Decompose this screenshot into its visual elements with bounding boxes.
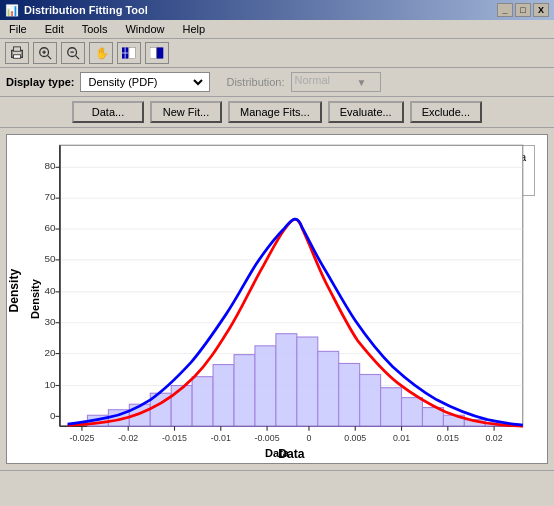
display-type-label: Display type:: [6, 76, 74, 88]
maximize-button[interactable]: □: [515, 3, 531, 17]
svg-rect-15: [150, 47, 156, 58]
svg-rect-53: [402, 398, 423, 427]
title-bar-controls: _ □ X: [497, 3, 549, 17]
data-cursor-icon: [122, 45, 136, 61]
svg-text:0: 0: [307, 433, 312, 443]
toolbar: ✋: [0, 39, 554, 68]
print-button[interactable]: [5, 42, 29, 64]
zoom-in-button[interactable]: [33, 42, 57, 64]
menu-bar: File Edit Tools Window Help: [0, 20, 554, 39]
menu-file[interactable]: File: [5, 22, 31, 36]
distribution-label: Distribution:: [226, 76, 284, 88]
status-bar: [0, 470, 554, 486]
svg-rect-46: [255, 346, 276, 426]
svg-text:20: 20: [44, 347, 56, 358]
action-buttons-row: Data... New Fit... Manage Fits... Evalua…: [0, 97, 554, 128]
svg-text:40: 40: [44, 285, 56, 296]
svg-text:-0.015: -0.015: [162, 433, 187, 443]
controls-row: Display type: Density (PDF) CDF Probabil…: [0, 68, 554, 97]
svg-text:Data: Data: [278, 447, 305, 461]
display-type-select[interactable]: Density (PDF) CDF Probability Quantile: [84, 75, 206, 89]
data-button[interactable]: Data...: [72, 101, 144, 123]
manage-fits-button[interactable]: Manage Fits...: [228, 101, 322, 123]
menu-edit[interactable]: Edit: [41, 22, 68, 36]
print-icon: [10, 45, 24, 61]
svg-rect-50: [339, 363, 360, 426]
svg-text:0.01: 0.01: [393, 433, 410, 443]
svg-text:30: 30: [44, 316, 56, 327]
svg-text:-0.01: -0.01: [211, 433, 231, 443]
svg-text:0.005: 0.005: [344, 433, 366, 443]
svg-text:70: 70: [44, 191, 56, 202]
svg-rect-16: [157, 47, 163, 58]
minimize-button[interactable]: _: [497, 3, 513, 17]
svg-rect-1: [14, 47, 21, 51]
app-icon: 📊: [5, 4, 19, 17]
svg-rect-47: [276, 334, 297, 427]
svg-rect-48: [297, 337, 318, 426]
svg-rect-52: [381, 388, 402, 427]
svg-text:0.02: 0.02: [486, 433, 503, 443]
svg-rect-49: [318, 351, 339, 426]
exclude-button[interactable]: Exclude...: [410, 101, 482, 123]
svg-rect-44: [213, 365, 234, 427]
menu-window[interactable]: Window: [121, 22, 168, 36]
title-bar-left: 📊 Distribution Fitting Tool: [5, 4, 148, 17]
chart-area: Density Data rets data Normal T: [6, 134, 548, 464]
svg-rect-45: [234, 355, 255, 427]
svg-text:Density: Density: [7, 269, 21, 313]
menu-tools[interactable]: Tools: [78, 22, 112, 36]
svg-text:-0.005: -0.005: [255, 433, 280, 443]
svg-text:10: 10: [44, 379, 56, 390]
svg-text:✋: ✋: [95, 46, 108, 60]
svg-line-4: [48, 56, 52, 60]
evaluate-button[interactable]: Evaluate...: [328, 101, 404, 123]
svg-rect-12: [129, 47, 135, 58]
title-bar: 📊 Distribution Fitting Tool _ □ X: [0, 0, 554, 20]
svg-rect-42: [171, 386, 192, 427]
svg-text:50: 50: [44, 253, 56, 264]
svg-text:80: 80: [44, 161, 56, 172]
window-title: Distribution Fitting Tool: [24, 4, 148, 16]
chart-svg: 0 10 20 30 40 50 60 70 80: [7, 135, 547, 463]
svg-text:-0.02: -0.02: [118, 433, 138, 443]
svg-rect-43: [192, 377, 213, 427]
distribution-value: Normal: [295, 74, 330, 86]
svg-line-8: [76, 56, 80, 60]
brush-icon: [150, 45, 164, 61]
display-type-combo[interactable]: Density (PDF) CDF Probability Quantile: [80, 72, 210, 92]
data-cursor-button[interactable]: [117, 42, 141, 64]
pan-button[interactable]: ✋: [89, 42, 113, 64]
svg-rect-51: [360, 374, 381, 426]
svg-rect-2: [14, 55, 21, 59]
pan-icon: ✋: [94, 45, 108, 61]
svg-text:0.015: 0.015: [437, 433, 459, 443]
svg-text:60: 60: [44, 222, 56, 233]
svg-text:-0.025: -0.025: [69, 433, 94, 443]
svg-text:0: 0: [50, 410, 56, 421]
zoom-out-icon: [66, 45, 80, 61]
zoom-in-icon: [38, 45, 52, 61]
distribution-combo: Normal: [291, 72, 381, 92]
brush-button[interactable]: [145, 42, 169, 64]
close-button[interactable]: X: [533, 3, 549, 17]
menu-help[interactable]: Help: [179, 22, 210, 36]
new-fit-button[interactable]: New Fit...: [150, 101, 222, 123]
zoom-out-button[interactable]: [61, 42, 85, 64]
